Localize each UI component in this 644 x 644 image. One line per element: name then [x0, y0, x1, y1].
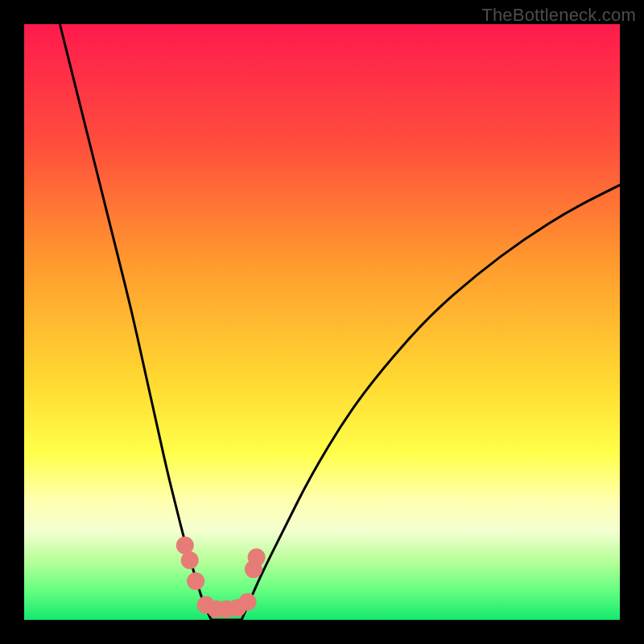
chart-frame: TheBottleneck.com [0, 0, 644, 644]
valley-marker [248, 548, 266, 566]
curve-right-branch [242, 185, 620, 620]
curve-left-branch [60, 24, 211, 620]
plot-area [24, 24, 620, 620]
curve-layer [24, 24, 620, 620]
watermark-text: TheBottleneck.com [481, 5, 636, 26]
valley-marker [187, 572, 204, 590]
valley-marker [181, 551, 199, 569]
valley-marker [239, 593, 257, 611]
